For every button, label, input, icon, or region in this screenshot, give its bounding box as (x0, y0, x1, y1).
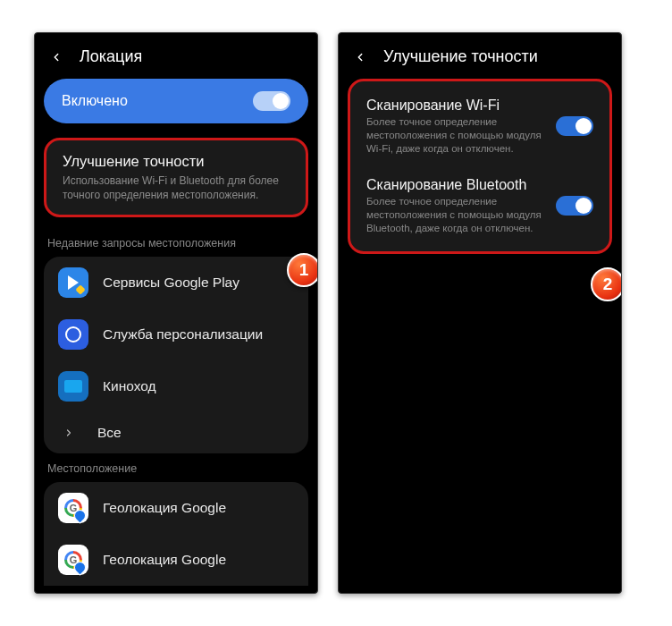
wifi-scanning-row[interactable]: Сканирование Wi-Fi Более точное определе… (354, 87, 606, 166)
page-title: Улучшение точности (383, 47, 538, 66)
app-name: Геолокация Google (103, 500, 226, 516)
bluetooth-scanning-desc: Более точное определение местоположения … (366, 195, 545, 235)
recent-requests-label: Недавние запросы местоположения (35, 228, 317, 257)
step-badge-2: 2 (591, 267, 622, 301)
bluetooth-scanning-title: Сканирование Bluetooth (366, 177, 545, 193)
accuracy-improvement-card[interactable]: Улучшение точности Использование Wi-Fi и… (44, 138, 308, 217)
list-item[interactable]: Геолокация Google (44, 482, 308, 534)
app-name: Геолокация Google (103, 552, 226, 568)
location-section-label: Местоположение (35, 453, 317, 482)
google-play-services-icon (58, 267, 88, 298)
bluetooth-scanning-row[interactable]: Сканирование Bluetooth Более точное опре… (354, 166, 606, 246)
wifi-scanning-switch[interactable] (556, 116, 593, 136)
bluetooth-scanning-switch[interactable] (556, 196, 593, 216)
step-badge-1: 1 (287, 253, 318, 287)
all-label: Все (97, 425, 122, 441)
master-toggle-label: Включено (62, 93, 128, 109)
page-title: Локация (80, 47, 142, 66)
list-item[interactable]: Сервисы Google Play (44, 257, 308, 309)
app-name: Служба персонализации (103, 326, 263, 343)
master-toggle-switch[interactable] (253, 91, 290, 111)
master-toggle-row[interactable]: Включено (44, 79, 308, 123)
kinohod-icon (58, 371, 88, 402)
accuracy-title: Улучшение точности (63, 153, 290, 170)
location-services-list: Геолокация Google Геолокация Google (44, 482, 308, 586)
app-name: Киноход (103, 378, 156, 394)
list-item[interactable]: Геолокация Google (44, 534, 308, 586)
phone-screen-accuracy: Улучшение точности Сканирование Wi-Fi Бо… (338, 32, 622, 594)
wifi-scanning-desc: Более точное определение местоположения … (366, 115, 545, 156)
personalization-service-icon (58, 319, 88, 350)
recent-apps-list: Сервисы Google Play Служба персонализаци… (44, 257, 308, 453)
accuracy-desc: Использование Wi-Fi и Bluetooth для боле… (63, 173, 290, 202)
google-geolocation-icon (58, 545, 88, 575)
wifi-scanning-title: Сканирование Wi-Fi (366, 97, 545, 114)
all-apps-row[interactable]: Все (44, 412, 308, 453)
header: Локация (35, 33, 317, 79)
back-icon[interactable] (351, 48, 369, 66)
app-name: Сервисы Google Play (103, 275, 239, 291)
chevron-right-icon (63, 427, 74, 438)
google-geolocation-icon (58, 493, 88, 523)
list-item[interactable]: Служба персонализации (44, 309, 308, 360)
header: Улучшение точности (339, 33, 621, 79)
scanning-options-card: Сканирование Wi-Fi Более точное определе… (348, 79, 612, 254)
phone-screen-location: Локация Включено Улучшение точности Испо… (34, 32, 318, 594)
back-icon[interactable] (47, 48, 65, 66)
list-item[interactable]: Киноход (44, 360, 308, 412)
